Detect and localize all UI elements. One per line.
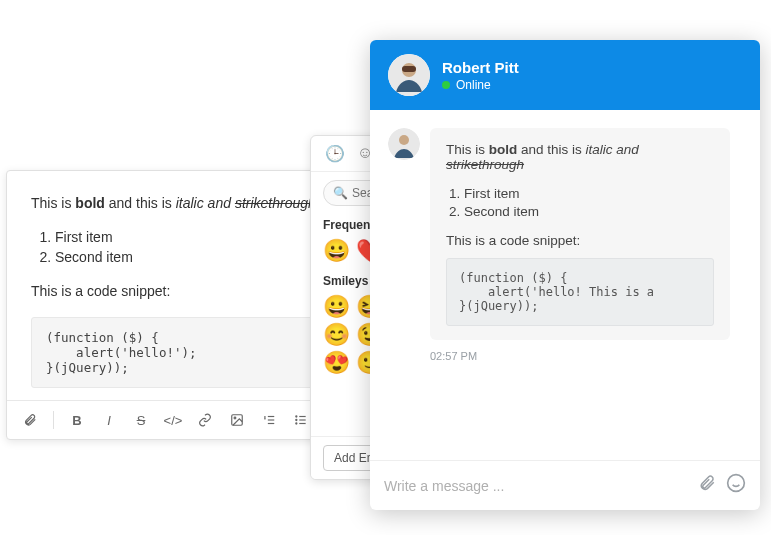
contact-status: Online <box>442 78 519 92</box>
code-block: (function ($) { alert('hello! This is a … <box>446 258 714 326</box>
contact-name: Robert Pitt <box>442 59 519 76</box>
svg-point-9 <box>296 419 297 420</box>
chat-window: Robert Pitt Online This is bold and this… <box>370 40 760 510</box>
list-item: First item <box>464 186 714 201</box>
attach-icon[interactable] <box>19 409 41 431</box>
bold-button[interactable]: B <box>66 409 88 431</box>
svg-point-1 <box>234 417 236 419</box>
ordered-list-button[interactable] <box>258 409 280 431</box>
chat-footer <box>370 460 760 510</box>
attach-icon[interactable] <box>698 474 716 497</box>
bold-text: bold <box>489 142 518 157</box>
chat-body[interactable]: This is bold and this is italic and stri… <box>370 110 760 460</box>
status-text: Online <box>456 78 491 92</box>
ordered-list: First item Second item <box>464 186 714 219</box>
emoji-item[interactable]: 😀 <box>323 240 350 262</box>
status-dot-icon <box>442 81 450 89</box>
chat-header: Robert Pitt Online <box>370 40 760 110</box>
svg-rect-13 <box>402 66 416 72</box>
message-avatar <box>388 128 420 160</box>
list-item: Second item <box>464 204 714 219</box>
svg-point-15 <box>399 135 409 145</box>
text: and this is <box>517 142 585 157</box>
rich-text-line: This is bold and this is italic and stri… <box>446 142 714 172</box>
link-button[interactable] <box>194 409 216 431</box>
italic-button[interactable]: I <box>98 409 120 431</box>
message-bubble: This is bold and this is italic and stri… <box>430 128 730 340</box>
message-row: This is bold and this is italic and stri… <box>388 128 742 340</box>
text: This is <box>31 195 75 211</box>
avatar <box>388 54 430 96</box>
italic-text: italic and strikethrough <box>176 195 316 211</box>
text: and this is <box>105 195 176 211</box>
chat-input[interactable] <box>384 478 688 494</box>
recent-tab-icon[interactable]: 🕒 <box>325 144 345 163</box>
code-button[interactable]: </> <box>162 409 184 431</box>
unordered-list-button[interactable] <box>290 409 312 431</box>
chat-header-text: Robert Pitt Online <box>442 59 519 92</box>
strike-button[interactable]: S <box>130 409 152 431</box>
code-label: This is a code snippet: <box>446 233 714 248</box>
text: This is <box>446 142 489 157</box>
svg-point-10 <box>296 423 297 424</box>
strike-text: strikethrough <box>446 157 524 172</box>
search-icon: 🔍 <box>333 186 348 200</box>
emoji-icon[interactable] <box>726 473 746 498</box>
emoji-item[interactable]: 😀 <box>323 296 350 318</box>
strike-text: strikethrough <box>235 195 316 211</box>
svg-point-16 <box>728 475 745 492</box>
emoji-item[interactable]: 😍 <box>323 352 350 374</box>
image-button[interactable] <box>226 409 248 431</box>
message-time: 02:57 PM <box>430 350 742 362</box>
emoji-item[interactable]: 😊 <box>323 324 350 346</box>
svg-point-8 <box>296 416 297 417</box>
separator <box>53 411 54 429</box>
bold-text: bold <box>75 195 105 211</box>
